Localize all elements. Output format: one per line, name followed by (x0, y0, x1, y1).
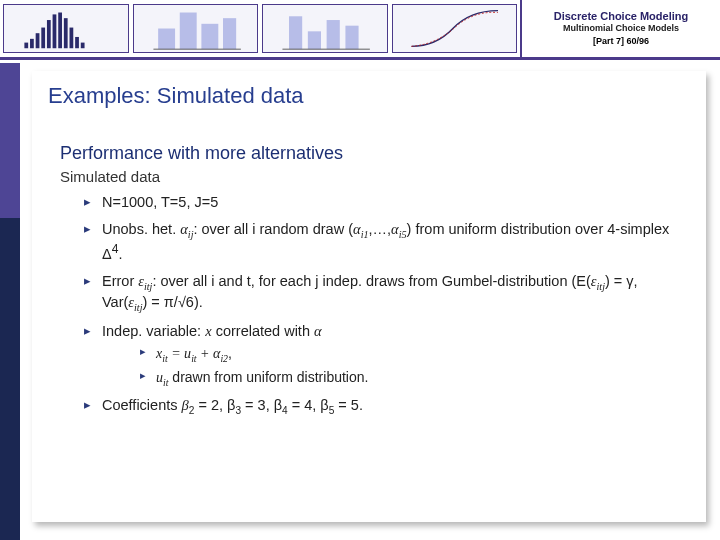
course-title: Discrete Choice Modeling (554, 10, 688, 23)
svg-rect-10 (81, 43, 85, 49)
bullet-text: Unobs. het. αij: over all i random draw … (102, 221, 669, 262)
bullet-item: Unobs. het. αij: over all i random draw … (84, 220, 686, 265)
svg-rect-16 (289, 16, 302, 49)
bullet-item: N=1000, T=5, J=5 (84, 193, 686, 213)
course-subtitle: Multinomial Choice Models (563, 23, 679, 34)
bullet-text: N=1000, T=5, J=5 (102, 194, 218, 210)
bullet-text: Coefficients β2 = 2, β3 = 3, β4 = 4, β5 … (102, 397, 363, 413)
section-title: Performance with more alternatives (60, 143, 686, 164)
bullet-item: Error εitj: over all i and t, for each j… (84, 272, 686, 315)
svg-rect-19 (345, 26, 358, 50)
bullet-text: Indep. variable: x correlated with α (102, 323, 322, 339)
svg-rect-13 (201, 24, 218, 49)
thumb-histogram (3, 4, 129, 53)
svg-rect-1 (30, 39, 34, 48)
subbullet-item: xit = uit + αi2, (140, 344, 686, 365)
slide-page: Discrete Choice Modeling Multinomial Cho… (0, 0, 720, 540)
slide-body: Examples: Simulated data Performance wit… (0, 63, 720, 540)
slide-card: Examples: Simulated data Performance wit… (32, 71, 706, 522)
svg-rect-14 (223, 18, 236, 49)
page-title: Examples: Simulated data (48, 83, 686, 109)
svg-rect-8 (70, 28, 74, 49)
svg-rect-6 (58, 13, 62, 49)
thumb-bars-2 (262, 4, 388, 53)
svg-rect-7 (64, 18, 68, 48)
bar-chart-icon (134, 5, 258, 52)
svg-rect-0 (24, 43, 28, 49)
svg-rect-11 (158, 29, 175, 50)
bar-chart-icon (263, 5, 387, 52)
svg-rect-9 (75, 37, 79, 48)
thumb-bars-1 (133, 4, 259, 53)
sub-list: xit = uit + αi2, uit drawn from uniform … (132, 344, 686, 389)
sidebar-lower (0, 218, 20, 540)
thumb-curve (392, 4, 518, 53)
subbullet-item: uit drawn from uniform distribution. (140, 368, 686, 389)
subheading: Simulated data (60, 168, 686, 185)
sidebar-upper (0, 63, 20, 218)
slide-counter: [Part 7] 60/96 (593, 36, 649, 47)
bullet-text: Error εitj: over all i and t, for each j… (102, 273, 638, 311)
svg-rect-17 (308, 31, 321, 49)
header-meta: Discrete Choice Modeling Multinomial Cho… (520, 0, 720, 57)
s-curve-icon (393, 5, 517, 52)
svg-rect-18 (327, 20, 340, 49)
svg-rect-12 (179, 13, 196, 50)
histogram-icon (4, 5, 128, 52)
bullet-list: N=1000, T=5, J=5 Unobs. het. αij: over a… (70, 193, 686, 418)
bullet-item: Coefficients β2 = 2, β3 = 3, β4 = 4, β5 … (84, 396, 686, 418)
chart-thumbnails (0, 0, 520, 57)
svg-rect-4 (47, 20, 51, 48)
bullet-item: Indep. variable: x correlated with α xit… (84, 322, 686, 390)
svg-rect-3 (41, 28, 45, 49)
svg-rect-2 (36, 33, 40, 48)
header-band: Discrete Choice Modeling Multinomial Cho… (0, 0, 720, 60)
svg-rect-5 (53, 14, 57, 48)
